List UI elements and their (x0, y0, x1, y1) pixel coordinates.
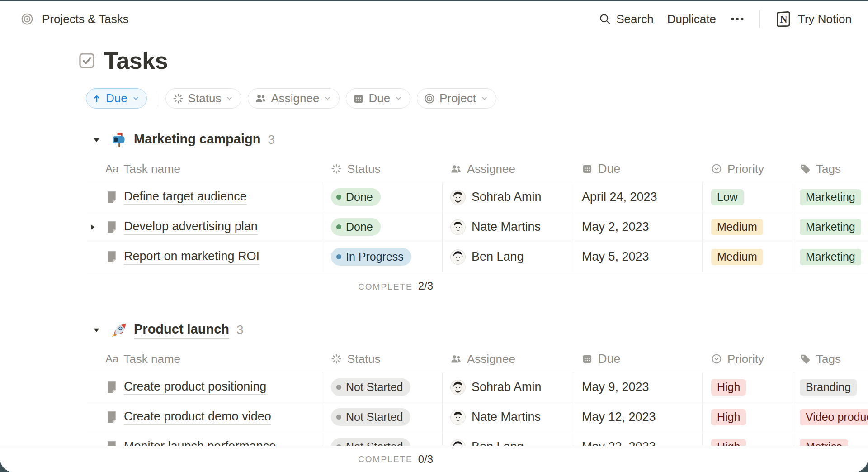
group-calc-footer: COMPLETE 0/3 (0, 446, 868, 472)
table-row[interactable]: Create product positioning Not Started S… (87, 372, 868, 402)
tag-pill[interactable]: Marketing (800, 189, 861, 205)
group-title[interactable]: Product launch (134, 322, 229, 339)
tag-pill[interactable]: Branding (800, 379, 857, 396)
text-property-icon: Aa (105, 162, 118, 175)
status-pill[interactable]: Done (331, 218, 381, 236)
mailbox-icon (111, 132, 127, 148)
priority-tag[interactable]: High (711, 379, 746, 396)
priority-tag[interactable]: Medium (711, 219, 763, 235)
topbar-actions: Search Duplicate N (599, 10, 852, 28)
try-notion-button[interactable]: N Try Notion (774, 10, 852, 28)
task-name-link[interactable]: Create product demo video (124, 410, 271, 425)
status-label: Not Started (346, 410, 403, 424)
column-header-assignee[interactable]: Assignee (442, 346, 573, 372)
assignee-name: Sohrab Amin (472, 380, 542, 394)
table-row[interactable]: Develop advertising plan Done Nate Marti… (87, 212, 868, 242)
assignee-cell[interactable]: Nate Martins (442, 212, 573, 242)
more-menu-button[interactable] (730, 11, 745, 27)
assignee-cell[interactable]: Sohrab Amin (442, 182, 573, 212)
complete-calculation[interactable]: COMPLETE 2/3 (322, 280, 442, 292)
ellipsis-icon (730, 11, 745, 27)
due-date-cell[interactable]: April 24, 2023 (573, 182, 702, 212)
sort-chip-label: Due (106, 91, 127, 105)
status-burst-icon (330, 353, 342, 365)
duplicate-label: Duplicate (667, 12, 716, 26)
avatar-sohrab-amin (450, 190, 466, 205)
people-icon (450, 163, 462, 175)
table-header-row: Aa Task name Status (87, 156, 868, 182)
column-header-task-name[interactable]: Aa Task name (87, 352, 322, 366)
table-row[interactable]: Define target audience Done Sohrab Amin … (87, 182, 868, 212)
table-row[interactable]: Create product demo video Not Started Na… (87, 402, 868, 432)
column-header-priority[interactable]: Priority (702, 346, 794, 372)
column-header-status[interactable]: Status (322, 156, 442, 182)
tag-pill[interactable]: Video production (800, 409, 868, 425)
priority-tag[interactable]: Medium (711, 249, 763, 265)
column-header-due[interactable]: Due (573, 346, 702, 372)
status-dot-icon (336, 415, 341, 420)
group-title[interactable]: Marketing campaign (134, 132, 260, 148)
tag-pill[interactable]: Marketing (800, 249, 861, 265)
assignee-cell[interactable]: Ben Lang (442, 242, 573, 272)
tasks-table-marketing: Aa Task name Status (87, 156, 868, 300)
top-bar: Projects & Tasks Search Duplicate (0, 1, 868, 37)
due-date: May 2, 2023 (582, 220, 649, 234)
tag-icon (799, 353, 811, 365)
column-header-assignee[interactable]: Assignee (442, 156, 573, 182)
breadcrumb[interactable]: Projects & Tasks (20, 12, 129, 26)
priority-tag[interactable]: High (711, 409, 746, 425)
search-button[interactable]: Search (599, 12, 653, 26)
task-name-link[interactable]: Report on marketing ROI (124, 249, 259, 265)
collapse-triangle-icon[interactable] (92, 326, 101, 334)
task-name-link[interactable]: Define target audience (124, 190, 247, 205)
status-pill[interactable]: Done (331, 188, 381, 206)
assignee-cell[interactable]: Sohrab Amin (442, 372, 573, 402)
group-header-product-launch: Product launch 3 (92, 320, 868, 339)
task-name-link[interactable]: Create product positioning (124, 380, 266, 395)
sort-chip-due[interactable]: Due (86, 88, 147, 109)
status-pill[interactable]: Not Started (331, 408, 410, 426)
expand-subitems-icon[interactable] (89, 223, 97, 231)
checkbox-page-icon[interactable] (77, 51, 96, 70)
column-header-tags[interactable]: Tags (794, 156, 868, 182)
filter-chip-due[interactable]: Due (346, 88, 410, 109)
table-row[interactable]: Report on marketing ROI In Progress Ben … (87, 242, 868, 272)
filter-chip-project[interactable]: Project (417, 88, 496, 109)
assignee-name: Nate Martins (472, 410, 541, 424)
tag-icon (799, 163, 811, 175)
tag-pill[interactable]: Marketing (800, 219, 861, 235)
filter-chip-status[interactable]: Status (165, 88, 242, 109)
column-header-label: Priority (727, 162, 764, 176)
filter-chip-assignee[interactable]: Assignee (248, 88, 340, 109)
try-notion-label: Try Notion (798, 12, 852, 26)
notion-page: Projects & Tasks Search Duplicate (0, 1, 868, 472)
priority-tag[interactable]: Low (711, 189, 744, 205)
complete-label: COMPLETE (358, 454, 413, 464)
calendar-icon (581, 163, 593, 175)
people-icon (450, 353, 462, 365)
svg-text:N: N (780, 14, 787, 25)
filter-chip-label: Project (439, 91, 476, 105)
column-header-priority[interactable]: Priority (702, 156, 794, 182)
filter-chip-label: Assignee (271, 91, 319, 105)
due-date-cell[interactable]: May 2, 2023 (573, 212, 702, 242)
column-header-task-name[interactable]: Aa Task name (87, 162, 322, 176)
complete-value: 2/3 (418, 280, 433, 292)
column-header-due[interactable]: Due (573, 156, 702, 182)
status-pill[interactable]: In Progress (331, 248, 411, 266)
assignee-name: Nate Martins (472, 220, 541, 234)
column-header-label: Task name (123, 162, 180, 176)
duplicate-button[interactable]: Duplicate (667, 12, 716, 26)
due-date-cell[interactable]: May 9, 2023 (573, 372, 702, 402)
assignee-cell[interactable]: Nate Martins (442, 402, 573, 432)
due-date-cell[interactable]: May 5, 2023 (573, 242, 702, 272)
collapse-triangle-icon[interactable] (92, 136, 101, 144)
due-date-cell[interactable]: May 12, 2023 (573, 402, 702, 432)
task-name-link[interactable]: Develop advertising plan (124, 219, 258, 235)
complete-calculation[interactable]: COMPLETE 0/3 (322, 446, 442, 472)
status-label: Done (346, 220, 373, 234)
column-header-status[interactable]: Status (322, 346, 442, 372)
column-header-tags[interactable]: Tags (794, 346, 868, 372)
status-pill[interactable]: Not Started (331, 378, 410, 396)
bullseye-icon (424, 93, 435, 105)
